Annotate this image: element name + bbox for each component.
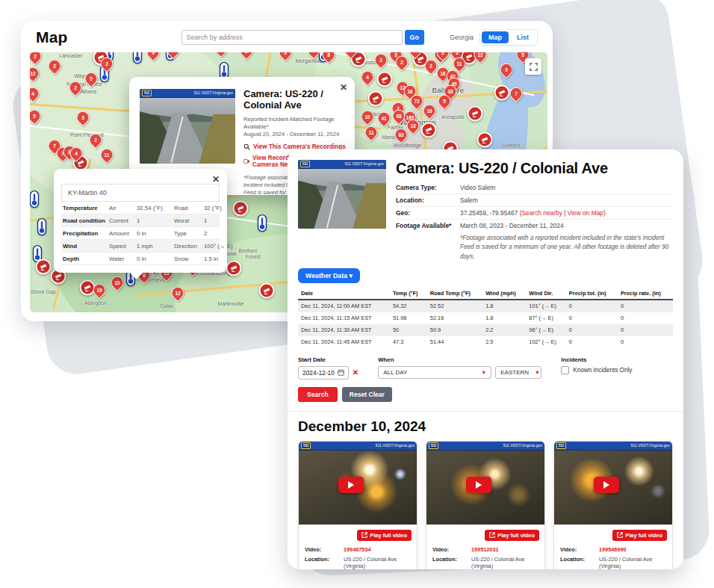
marker-count: 4 [70, 148, 81, 159]
camera-marker[interactable] [36, 259, 52, 275]
marker-count: 5 [85, 73, 96, 84]
video-thumbnail[interactable]: 511511.VDOT.Virginia.gov [299, 442, 417, 525]
clear-date-icon[interactable]: ✕ [353, 368, 358, 377]
marker-count: 11 [365, 127, 376, 138]
weather-cell: 0 [618, 312, 673, 324]
camera-marker[interactable] [367, 90, 383, 106]
chevron-down-icon: ▼ [535, 370, 540, 375]
weather-station-marker[interactable] [133, 52, 143, 67]
footage-range-text: August 20, 2024 - December 11, 2024 [243, 131, 339, 137]
info-row-video: Video:199512031 [432, 545, 538, 554]
search-input[interactable] [181, 30, 403, 45]
station-row-value: Type [174, 230, 204, 237]
video-id-link[interactable]: 199467534 [344, 546, 371, 553]
weather-cell: 51.98 [390, 312, 427, 324]
station-row-value: 100° (→ E) [204, 243, 236, 250]
video-thumbnail[interactable]: 511511.VDOT.Virginia.gov [426, 442, 544, 525]
recording-info: Video:199512031Location:US-220 / Colonia… [426, 545, 544, 569]
play-full-video-button[interactable]: Play full video [612, 530, 667, 541]
info-row-camera-type: Camera Type: Video Salem [396, 182, 673, 194]
incident-cluster-pin[interactable]: 3 [276, 52, 294, 61]
camera-marker[interactable] [258, 283, 274, 299]
incident-cluster-pin[interactable]: 14 [212, 52, 230, 58]
video-camera-icon [243, 158, 249, 164]
station-row-label: Wind [63, 243, 109, 250]
camera-marker[interactable] [477, 131, 493, 147]
view-on-map-link[interactable]: View on Map [568, 209, 603, 217]
weather-cell: 1.8 [482, 300, 526, 312]
play-button[interactable] [338, 477, 364, 493]
view-toggle: Map List [479, 29, 538, 46]
tab-map[interactable]: Map [482, 31, 509, 43]
station-row-label: Road condition [63, 217, 109, 224]
start-date-input[interactable]: 2024-12-10 [298, 366, 349, 380]
fullscreen-button[interactable] [525, 58, 541, 75]
511-logo: 511 [556, 442, 566, 449]
calendar-icon [338, 369, 344, 376]
weather-cell: 0 [618, 336, 673, 348]
footage-footnote: *Footage associated with a reported inci… [396, 234, 673, 261]
info-label: Video: [432, 546, 471, 553]
weather-cell: 0 [618, 324, 673, 336]
known-incidents-checkbox[interactable] [561, 366, 569, 374]
search-nearby-link[interactable]: Search nearby [521, 209, 562, 217]
marker-count: 13 [407, 120, 418, 131]
marker-count: 19 [93, 285, 105, 296]
camera-marker[interactable] [494, 84, 510, 100]
play-full-video-label: Play full video [625, 532, 662, 539]
marker-count: 2 [90, 134, 102, 146]
recording-info: Video:199546990Location:US-220 / Colonia… [554, 545, 672, 569]
station-row-value: 1.5 in [204, 256, 236, 262]
camera-marker[interactable] [467, 106, 482, 122]
camera-info: Camera Type: Video Salem Location: Salem… [396, 182, 673, 232]
tab-list[interactable]: List [510, 31, 536, 43]
511-logo: 511 [301, 442, 311, 449]
play-button[interactable] [466, 477, 491, 493]
camera-marker[interactable] [421, 123, 437, 138]
camera-still-image: 511 511.VDOT.Virginia.gov [298, 160, 386, 229]
weather-station-marker[interactable] [30, 191, 40, 211]
weather-col-header: Precip tot. (in) [566, 288, 618, 300]
info-label: Footage Available* [396, 222, 460, 229]
camera-marker[interactable] [226, 260, 242, 276]
video-thumbnail[interactable]: 511511.VDOT.Virginia.gov [554, 442, 672, 525]
weather-cell: 102° (→ E) [526, 336, 565, 348]
weather-station-marker[interactable] [258, 214, 267, 235]
camera-marker[interactable] [376, 71, 392, 87]
timezone-select[interactable]: EASTERN ▼ [495, 366, 541, 379]
marker-count: 2 [167, 52, 178, 56]
marker-count: 41 [379, 113, 390, 124]
weather-col-header: Road Temp (°F) [427, 288, 482, 300]
play-full-video-button[interactable]: Play full video [357, 530, 412, 541]
marker-count: 5 [30, 111, 40, 122]
marker-count: 2 [426, 61, 437, 72]
marker-count: 3 [77, 112, 88, 123]
marker-count: 10 [112, 277, 123, 288]
video-id-link[interactable]: 199512031 [471, 546, 499, 553]
weather-col-header: Wind (mph) [482, 288, 526, 300]
close-icon[interactable]: ✕ [212, 174, 220, 185]
weather-col-header: Precip rate. (in) [618, 288, 673, 300]
station-row-value: 2 [204, 230, 236, 237]
close-icon[interactable]: ✕ [340, 82, 347, 93]
incident-cluster-pin[interactable]: 2 [238, 52, 255, 60]
play-button[interactable] [594, 477, 619, 493]
weather-station-marker[interactable] [37, 218, 46, 239]
reset-clear-button[interactable]: Reset Clear [342, 387, 392, 402]
all-day-select[interactable]: ALL DAY ▼ [378, 366, 491, 379]
weather-cell: 51.44 [427, 336, 482, 348]
geo-coordinates: 37.25459, -79.95467 [460, 209, 518, 217]
play-full-video-button[interactable]: Play full video [485, 530, 539, 541]
search-button[interactable]: Search [298, 387, 338, 402]
weather-data-button[interactable]: Weather Data ▾ [298, 268, 360, 283]
header-right-tools: Georgia Map List [450, 29, 538, 46]
marker-count: 14 [215, 52, 226, 55]
info-value: US-220 / Colonial Ave (Virginia) [344, 556, 411, 569]
external-link-icon [617, 532, 623, 538]
marker-count: 11 [454, 58, 465, 69]
marker-count: 2 [49, 61, 60, 72]
go-button[interactable]: Go [405, 30, 425, 45]
video-id-link[interactable]: 199546990 [599, 546, 627, 553]
marker-count: 9 [501, 64, 512, 75]
feed-site-label: 511.VDOT.Virginia.gov [631, 444, 670, 448]
